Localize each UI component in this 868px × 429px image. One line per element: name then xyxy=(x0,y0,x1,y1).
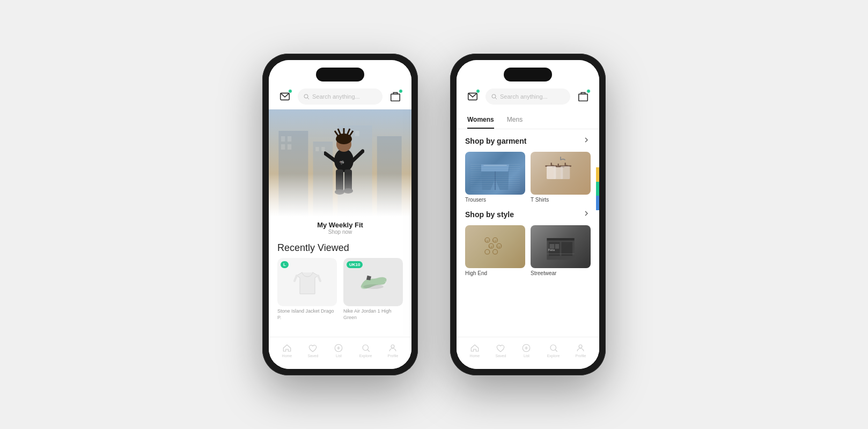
mail-button-1[interactable] xyxy=(276,88,293,105)
product-card-1[interactable]: L Stone Island Jacket Drago P. xyxy=(277,258,337,322)
svg-line-33 xyxy=(318,276,320,281)
tab-mens[interactable]: Mens xyxy=(507,116,523,129)
svg-text:LV: LV xyxy=(493,239,497,242)
product-name-2: Nike Air Jordan 1 High Green xyxy=(343,308,403,321)
cart-button-2[interactable] xyxy=(575,88,592,105)
product-info-2: Nike Air Jordan 1 High Green xyxy=(343,306,403,322)
svg-rect-3 xyxy=(391,94,400,101)
nav-profile-label-2: Profile xyxy=(576,354,586,358)
search-placeholder-2: Search anything... xyxy=(500,93,548,100)
svg-rect-8 xyxy=(281,136,285,142)
hero-subtitle: Shop now xyxy=(269,229,411,235)
search-bar-1[interactable]: Search anything... xyxy=(298,88,382,105)
svg-point-42 xyxy=(492,94,496,98)
highend-label: High End xyxy=(465,270,525,276)
nav-explore-2[interactable]: Explore xyxy=(547,343,560,358)
accent-blue xyxy=(596,196,599,210)
nav-saved-label-1: Saved xyxy=(307,354,318,358)
svg-text:LV: LV xyxy=(497,245,501,248)
garment-card-trousers[interactable]: Trousers xyxy=(465,152,525,203)
tabs-2: Womens Mens xyxy=(457,112,599,129)
tshirts-label: T Shirts xyxy=(531,197,591,203)
style-header: Shop by style xyxy=(465,209,591,220)
nav-home-label-2: Home xyxy=(470,354,480,358)
highend-image: LV LV LV LV xyxy=(465,225,525,268)
mail-badge-2 xyxy=(476,89,480,93)
phone-2: Search anything... Womens Mens Shop by g… xyxy=(450,54,606,375)
notch-2 xyxy=(504,68,552,82)
svg-line-79 xyxy=(555,350,557,352)
style-card-streetwear[interactable]: Patta Streetwear xyxy=(531,225,591,276)
product-badge-2: UK10 xyxy=(347,261,363,268)
svg-line-2 xyxy=(307,98,309,99)
nav-saved-2[interactable]: Saved xyxy=(495,343,506,358)
nav-home-1[interactable]: Home xyxy=(282,343,292,358)
mail-badge-1 xyxy=(288,89,292,93)
nav-profile-1[interactable]: Profile xyxy=(388,343,399,358)
svg-line-25 xyxy=(325,153,335,160)
style-title: Shop by style xyxy=(465,210,514,219)
svg-rect-9 xyxy=(288,136,291,142)
nav-saved-label-2: Saved xyxy=(495,354,506,358)
garment-chevron[interactable] xyxy=(582,136,591,146)
svg-point-1 xyxy=(304,94,308,98)
svg-rect-11 xyxy=(288,144,291,150)
products-row: L Stone Island Jacket Drago P. xyxy=(269,258,411,322)
nav-home-label-1: Home xyxy=(282,354,292,358)
svg-line-43 xyxy=(495,98,497,99)
cart-button-1[interactable] xyxy=(387,88,404,105)
svg-rect-12 xyxy=(315,147,319,151)
nav-explore-1[interactable]: Explore xyxy=(359,343,372,358)
hero-image-1: 🦈 xyxy=(269,109,411,217)
svg-rect-10 xyxy=(281,144,285,150)
tab-womens[interactable]: Womens xyxy=(467,116,494,129)
garment-header: Shop by garment xyxy=(465,136,591,146)
recently-viewed-title: Recently Viewed xyxy=(269,237,411,258)
nav-explore-label-2: Explore xyxy=(547,354,560,358)
svg-text:🦈: 🦈 xyxy=(339,160,344,165)
nav-profile-2[interactable]: Profile xyxy=(576,343,586,358)
product-badge-1: L xyxy=(281,261,289,268)
svg-point-61 xyxy=(485,249,490,254)
cart-badge-2 xyxy=(586,89,591,93)
svg-text:LV: LV xyxy=(489,245,493,248)
product-card-2[interactable]: UK10 Nike Air Jordan 1 High Green xyxy=(343,258,403,322)
svg-line-26 xyxy=(353,151,363,160)
svg-text:LV: LV xyxy=(485,239,489,242)
svg-rect-56 xyxy=(561,166,570,179)
bottom-nav-2: Home Saved List Explore Profile xyxy=(457,337,599,369)
cart-badge-1 xyxy=(399,89,403,93)
search-placeholder-1: Search anything... xyxy=(312,93,360,100)
style-row: LV LV LV LV High End xyxy=(465,225,591,276)
phone-1: Search anything... xyxy=(262,54,418,375)
svg-rect-73 xyxy=(547,238,574,240)
streetwear-label: Streetwear xyxy=(531,270,591,276)
trousers-image xyxy=(465,152,525,195)
svg-rect-44 xyxy=(579,94,588,101)
svg-point-38 xyxy=(363,345,369,351)
garment-title: Shop by garment xyxy=(465,137,526,145)
tshirts-image xyxy=(531,152,591,195)
notch-1 xyxy=(316,68,364,82)
nav-profile-label-1: Profile xyxy=(388,354,399,358)
svg-rect-71 xyxy=(555,244,559,249)
garment-card-tshirts[interactable]: T Shirts xyxy=(531,152,591,203)
nav-list-1[interactable]: List xyxy=(334,343,343,358)
nav-explore-label-1: Explore xyxy=(359,354,372,358)
nav-home-2[interactable]: Home xyxy=(470,343,480,358)
svg-text:Patta: Patta xyxy=(548,248,555,252)
svg-point-80 xyxy=(579,345,582,348)
nav-saved-1[interactable]: Saved xyxy=(307,343,318,358)
trousers-label: Trousers xyxy=(465,197,525,203)
shop-by-garment-section: Shop by garment xyxy=(457,129,599,207)
product-name-1: Stone Island Jacket Drago P. xyxy=(277,308,337,321)
style-card-highend[interactable]: LV LV LV LV High End xyxy=(465,225,525,276)
style-chevron[interactable] xyxy=(582,209,591,220)
mail-button-2[interactable] xyxy=(464,88,481,105)
svg-point-40 xyxy=(391,345,394,348)
svg-line-39 xyxy=(367,350,370,352)
accent-teal xyxy=(596,182,599,196)
nav-list-2[interactable]: List xyxy=(521,343,531,358)
hero-title: My Weekly Fit xyxy=(269,221,411,229)
search-bar-2[interactable]: Search anything... xyxy=(486,88,570,105)
